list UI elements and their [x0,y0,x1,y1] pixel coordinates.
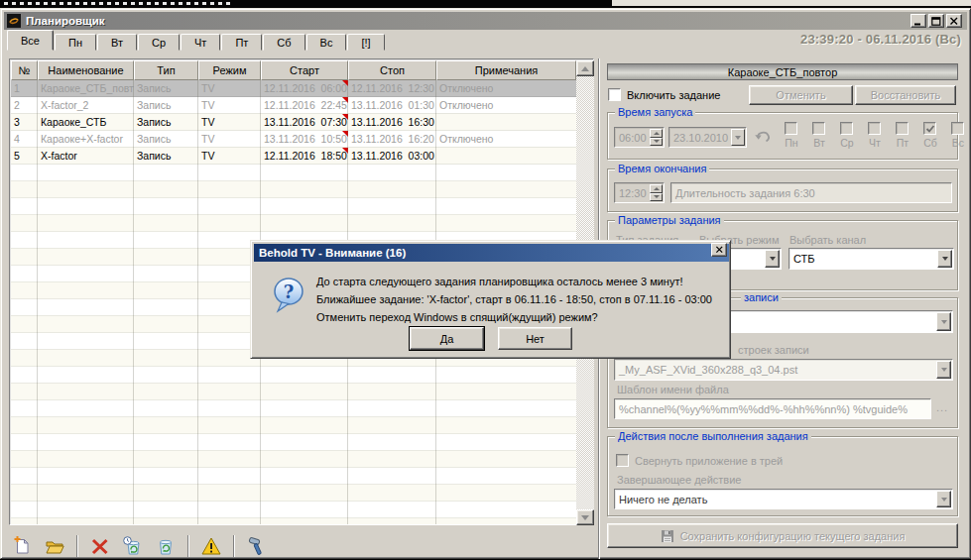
end-time-spin-buttons[interactable] [650,184,663,201]
browse-button[interactable]: ... [936,401,948,413]
column-header[interactable]: Старт [261,60,348,80]
minimize-to-tray-label: Свернуть приложение в трей [635,455,783,467]
cell-num: 3 [11,114,38,131]
preset-value: _My_ASF_XVid_360x288_q3_04.pst [619,364,797,376]
channel-dropdown-arrow[interactable] [937,250,952,268]
day-checkbox-Вт[interactable] [812,122,825,135]
table-row[interactable]: 5X-factorЗаписьTV12.11.2016 18:5013.11.2… [11,148,576,165]
scroll-up-button[interactable] [576,60,594,76]
new-task-icon[interactable] [11,535,33,557]
table-row[interactable]: 4Караоке+X-factorЗаписьTV13.11.2016 10:5… [11,131,576,148]
title-bar[interactable]: Планировщик [4,12,967,30]
minimize-button[interactable] [910,14,926,28]
filename-template-field[interactable]: %channel%(%yy%%mm%%dd%-%hh%%nn%) %tvguid… [614,398,931,419]
start-date-value: 23.10.2010 [673,132,728,144]
restore-button[interactable]: Восстановить [855,85,956,105]
save-config-button[interactable]: Сохранить конфигурацию текущего задания [607,523,958,548]
day-checkbox-Пн[interactable] [785,122,797,135]
day-checkbox-Вс[interactable] [951,122,964,135]
cell-note: Отключено [436,80,576,97]
app-icon [7,14,21,28]
tab-Вс[interactable]: Вс [306,34,347,51]
table-row[interactable]: 2X-factor_2ЗаписьTV12.11.2016 22:4513.11… [11,97,576,114]
record-settings-label: строек записи [738,344,809,356]
day-label: Пн [779,137,804,149]
column-header[interactable]: № [11,60,38,80]
open-icon[interactable] [44,535,65,557]
tab-bar: ВсеПнВтСрЧтПтСбВс[!] [7,30,602,51]
recycle-clock-icon[interactable] [122,535,144,557]
day-item-Вт: Вт [806,122,832,149]
cell-mode: TV [198,131,261,148]
day-label: Вс [945,137,971,149]
minimize-to-tray-checkbox[interactable] [616,454,629,467]
preset-combobox[interactable]: _My_ASF_XVid_360x288_q3_04.pst [614,359,953,381]
warning-dialog: Behold TV - Внимание (16) ? До старта сл… [250,240,731,359]
start-date-combobox[interactable]: 23.10.2010 [668,127,747,148]
delete-icon[interactable] [89,535,111,557]
undo-icon[interactable] [754,130,770,146]
record-dropdown-arrow[interactable] [936,312,951,331]
yes-button[interactable]: Да [410,327,484,350]
cell-name: X-factor_2 [38,97,134,114]
enable-task-checkbox[interactable] [608,88,621,101]
recycle-icon[interactable] [155,535,177,557]
dialog-close-button[interactable] [711,243,727,257]
column-header[interactable]: Стоп [348,60,436,80]
tab-Пт[interactable]: Пт [221,34,262,51]
day-checkbox-Пт[interactable] [896,122,909,135]
close-button[interactable] [946,14,962,28]
scroll-down-button[interactable] [576,509,594,525]
dialog-message-line2: Ближайшее задание: 'X-factor', старт в 0… [316,293,712,305]
post-actions-group-label: Действия после выполнения задания [615,430,811,443]
maximize-button[interactable] [928,14,944,28]
day-item-Вс: Вс [945,122,971,149]
dialog-title-bar[interactable]: Behold TV - Внимание (16) [254,244,729,262]
start-date-dropdown-arrow[interactable] [731,129,745,146]
channel-label: Выбрать канал [789,234,866,246]
cell-type: Запись [134,97,198,114]
cell-name: Караоке+X-factor [38,131,134,148]
cell-type: Запись [134,131,198,148]
tab-Пн[interactable]: Пн [55,34,96,51]
tab-Все[interactable]: Все [7,30,54,51]
tab-[!][interactable]: [!] [347,34,384,51]
question-balloon-icon: ? [271,277,306,314]
column-header[interactable]: Наименование [38,60,134,80]
final-action-combobox[interactable]: Ничего не делать [614,489,953,509]
cell-stop: 13.11.2016 01:30 [348,97,436,114]
mode-dropdown-arrow[interactable] [765,250,780,268]
channel-combobox[interactable]: СТБ [789,248,954,270]
cell-start: 13.11.2016 07:30 [261,114,348,131]
day-checkbox-Чт[interactable] [868,122,881,135]
duration-value: Длительность задания 6:30 [675,187,815,199]
column-header[interactable]: Режим [198,60,261,80]
table-row[interactable]: 3Караоке_СТБЗаписьTV13.11.2016 07:3013.1… [11,114,576,131]
start-time-spinner[interactable]: 06:00 [614,127,665,148]
tab-Сб[interactable]: Сб [263,34,304,51]
preset-dropdown-arrow[interactable] [936,361,951,379]
tab-Чт[interactable]: Чт [181,34,220,51]
table-row[interactable]: 1Караоке_СТБ_повторЗаписьTV12.11.2016 06… [11,80,576,97]
cancel-button[interactable]: Отменить [749,85,853,105]
column-header[interactable]: Примечания [436,60,576,80]
tab-Ср[interactable]: Ср [138,34,180,51]
final-action-dropdown-arrow[interactable] [936,491,951,507]
tools-icon[interactable] [246,535,268,557]
warning-icon[interactable] [200,535,222,557]
day-label: Чт [862,137,888,149]
duration-field: Длительность задания 6:30 [670,182,952,203]
column-header[interactable]: Тип [134,60,198,80]
cell-mode: TV [198,114,261,131]
tab-Вт[interactable]: Вт [97,34,137,51]
dialog-title: Behold TV - Внимание (16) [259,247,406,259]
day-label: Пт [890,137,915,149]
no-button[interactable]: Нет [498,327,572,350]
start-time-spin-buttons[interactable] [650,129,663,146]
day-label: Вт [806,137,832,149]
day-checkbox-Ср[interactable] [840,122,853,135]
end-time-spinner[interactable]: 12:30 [614,182,665,203]
day-checkbox-Сб[interactable] [923,122,936,135]
cell-note [436,114,576,131]
day-label: Ср [834,137,860,149]
